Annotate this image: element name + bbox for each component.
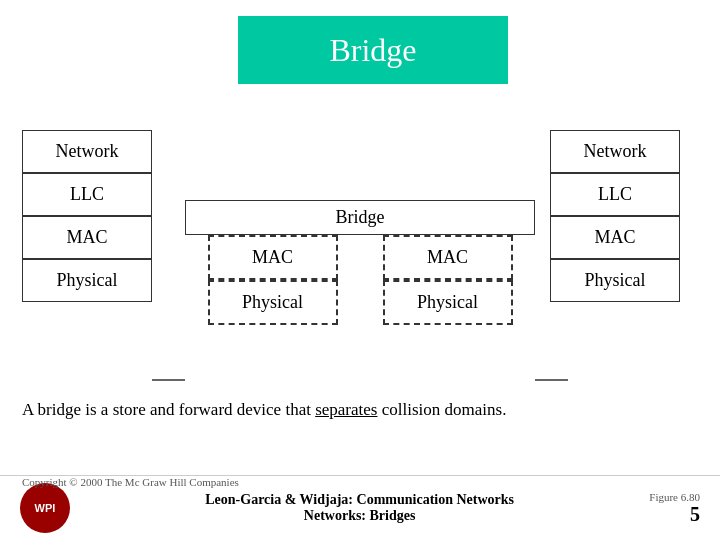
bottom-text-start: A bridge is a store and forward device t…	[22, 400, 315, 419]
right-physical-box: Physical	[550, 259, 680, 302]
bottom-text-end: collision domains.	[377, 400, 506, 419]
footer-author: Leon-Garcia & Widjaja: Communication Net…	[205, 492, 514, 507]
wpi-logo: WPI	[20, 483, 70, 533]
right-mac-label: MAC	[594, 227, 635, 247]
bridge-center-label-box: Bridge	[185, 200, 535, 235]
center-mac-row: MAC MAC	[185, 235, 535, 280]
right-llc-label: LLC	[598, 184, 632, 204]
center-mac2-box: MAC	[383, 235, 513, 280]
right-network-box: Network	[550, 130, 680, 173]
center-phys2-label: Physical	[417, 292, 478, 312]
left-llc-box: LLC	[22, 173, 152, 216]
bottom-text-underline: separates	[315, 400, 377, 419]
center-phys2-box: Physical	[383, 280, 513, 325]
wpi-label: WPI	[35, 502, 56, 514]
center-mac2-label: MAC	[427, 247, 468, 267]
center-mac1-label: MAC	[252, 247, 293, 267]
left-network-box: Network	[22, 130, 152, 173]
right-llc-box: LLC	[550, 173, 680, 216]
right-stack: Network LLC MAC Physical	[550, 130, 680, 302]
left-physical-label: Physical	[57, 270, 118, 290]
left-mac-label: MAC	[66, 227, 107, 247]
right-physical-label: Physical	[585, 270, 646, 290]
left-network-label: Network	[56, 141, 119, 161]
footer-book-title: Networks: Bridges	[304, 508, 416, 523]
bridge-title-box: Bridge	[238, 16, 508, 84]
bridge-title: Bridge	[329, 32, 416, 69]
center-phys-row: Physical Physical	[185, 280, 535, 325]
footer-center: Leon-Garcia & Widjaja: Communication Net…	[205, 492, 514, 524]
left-mac-box: MAC	[22, 216, 152, 259]
bottom-description: A bridge is a store and forward device t…	[22, 400, 506, 420]
center-mac1-box: MAC	[208, 235, 338, 280]
footer-page-number: 5	[649, 503, 700, 526]
right-network-label: Network	[584, 141, 647, 161]
center-phys1-box: Physical	[208, 280, 338, 325]
center-phys1-label: Physical	[242, 292, 303, 312]
bridge-center-label: Bridge	[336, 207, 385, 227]
bridge-center: Bridge MAC MAC Physical Physical	[185, 200, 535, 325]
footer-copyright: Copyright © 2000 The Mc Graw Hill Compan…	[22, 476, 239, 488]
left-physical-box: Physical	[22, 259, 152, 302]
left-llc-label: LLC	[70, 184, 104, 204]
footer-figure: Figure 6.80	[649, 491, 700, 503]
right-mac-box: MAC	[550, 216, 680, 259]
left-stack: Network LLC MAC Physical	[22, 130, 152, 302]
